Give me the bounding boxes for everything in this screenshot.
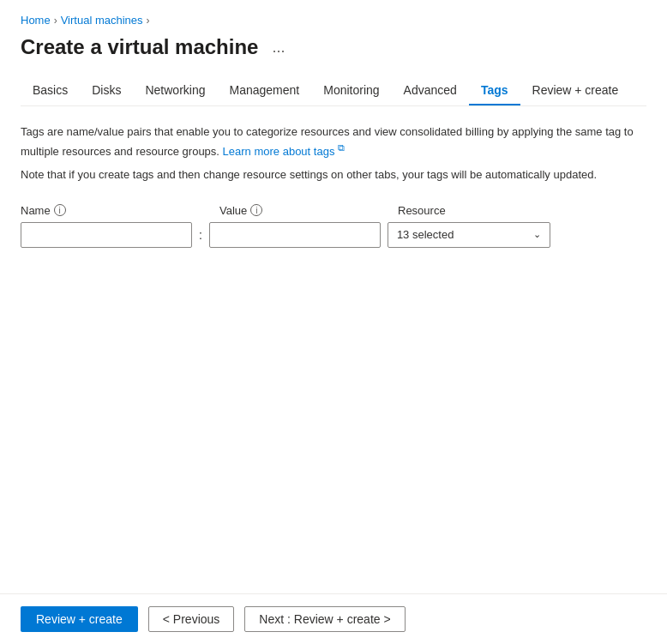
tab-tags[interactable]: Tags: [469, 76, 520, 105]
ellipsis-button[interactable]: ...: [267, 37, 290, 58]
tags-header-row: Name i Value i Resource: [21, 204, 646, 217]
name-info-icon[interactable]: i: [54, 204, 66, 216]
tags-table: Name i Value i Resource : 13 selected ⌄: [21, 204, 646, 248]
tab-networking[interactable]: Networking: [133, 76, 217, 105]
tab-basics[interactable]: Basics: [21, 76, 80, 105]
tag-name-input[interactable]: [21, 222, 192, 248]
chevron-down-icon: ⌄: [533, 229, 541, 240]
tab-monitoring[interactable]: Monitoring: [311, 76, 391, 105]
breadcrumb: Home › Virtual machines ›: [21, 14, 646, 27]
resource-dropdown[interactable]: 13 selected ⌄: [388, 222, 550, 248]
learn-more-link[interactable]: Learn more about tags ⧉: [223, 145, 345, 158]
footer-bar: Review + create < Previous Next : Review…: [0, 593, 667, 644]
tag-value-input[interactable]: [209, 222, 381, 248]
name-column-header: Name i: [21, 204, 192, 217]
tab-review-create[interactable]: Review + create: [520, 76, 631, 105]
tabs-nav: Basics Disks Networking Management Monit…: [21, 76, 646, 106]
page-title: Create a virtual machine: [21, 35, 258, 59]
review-create-button[interactable]: Review + create: [21, 606, 138, 632]
colon-separator: :: [199, 228, 202, 242]
value-column-header: Value i: [219, 204, 391, 217]
resource-column-header: Resource: [398, 204, 646, 217]
breadcrumb-sep-2: ›: [147, 15, 150, 27]
external-link-icon: ⧉: [338, 142, 345, 153]
next-review-create-button[interactable]: Next : Review + create >: [244, 606, 405, 632]
value-info-icon[interactable]: i: [250, 204, 262, 216]
breadcrumb-virtual-machines[interactable]: Virtual machines: [61, 14, 143, 27]
tags-input-row: : 13 selected ⌄: [21, 222, 646, 248]
previous-button[interactable]: < Previous: [148, 606, 235, 632]
breadcrumb-sep-1: ›: [54, 15, 57, 27]
description-main: Tags are name/value pairs that enable yo…: [21, 123, 646, 159]
breadcrumb-home[interactable]: Home: [21, 14, 51, 27]
tab-disks[interactable]: Disks: [80, 76, 133, 105]
tab-management[interactable]: Management: [218, 76, 312, 105]
note-text: Note that if you create tags and then ch…: [21, 166, 646, 184]
resource-dropdown-value: 13 selected: [397, 228, 454, 241]
tab-advanced[interactable]: Advanced: [392, 76, 469, 105]
